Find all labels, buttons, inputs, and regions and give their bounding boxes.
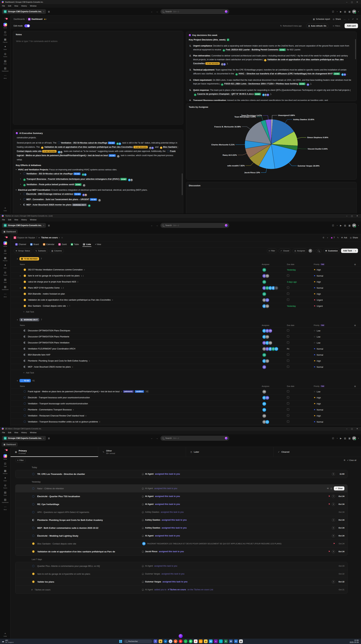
task-icon[interactable]: ☑ [332, 437, 334, 440]
collapse-icon[interactable]: ▾ [17, 380, 18, 382]
menu-history[interactable]: History [21, 5, 27, 7]
chevron-down-icon[interactable]: ∨ [358, 11, 359, 12]
task-link[interactable]: Transport Bourassa - Fournir information… [26, 178, 120, 180]
clip-icon[interactable]: ▶ [340, 10, 342, 13]
task-row[interactable]: Ventilation - Restaurant Charcoal Review… [10, 413, 361, 419]
sidebar-item-teams[interactable]: ◎Teams [0, 52, 10, 58]
menu-view[interactable]: View [14, 432, 18, 434]
avatar[interactable]: FM [352, 10, 356, 14]
search-input[interactable]: Search Ctrl + J [160, 436, 229, 441]
due-date[interactable]: Yesterday [287, 269, 296, 271]
sidebar-item-docs[interactable]: ▤Docs [0, 278, 10, 283]
tag-paiements[interactable]: paiements [123, 390, 134, 393]
calendar-add-icon[interactable] [287, 390, 289, 392]
task-row[interactable]: ▸✓Plans MEP GYM Hyacinthe Some↳ 3ADSSGVJ… [10, 285, 361, 291]
chevron-down-icon[interactable]: ∨ [327, 237, 328, 238]
notification-title[interactable]: MEP - Beth Esther commentaires suite à r… [37, 527, 98, 529]
collapse-icon[interactable]: ▾ [17, 319, 18, 321]
toolbar-columns[interactable]: ▥Columns [49, 248, 64, 253]
task-row[interactable]: ▸✓faire le xref du garage de st-hyacinth… [10, 273, 361, 279]
sidebar-item-teams[interactable]: ◎Teams [0, 271, 10, 276]
priority-label[interactable]: High [317, 360, 321, 362]
due-date[interactable]: 3 days ago [287, 281, 297, 283]
column-due-date[interactable]: Due date [287, 263, 314, 265]
task-row[interactable]: Discussion OPTIMISATION Plans Électrique… [10, 328, 361, 334]
toolbar-assignee[interactable]: ◎Assignee [292, 248, 307, 253]
menu-file[interactable]: File [2, 432, 5, 434]
taskbar-app-3[interactable]: e [164, 640, 167, 643]
notification-title[interactable]: TR: CPE Les Tisserands - Directive de ch… [37, 473, 85, 475]
taskbar-app-5[interactable]: ● [174, 640, 177, 643]
taskbar-app-6[interactable]: O [179, 640, 182, 643]
inbox-tab-cleared[interactable]: ✓Cleared [274, 447, 361, 457]
search-input[interactable]: Search Ctrl + J [160, 9, 229, 14]
add-task-row[interactable]: +Add Task [10, 309, 361, 313]
forward-icon[interactable]: → [156, 437, 158, 440]
inbox-tab-later[interactable]: ◷Later [186, 447, 274, 457]
chevron-down-icon[interactable]: ∨ [358, 224, 359, 226]
task-name[interactable]: Discussion OPTIMISATION Plans Plomberie [28, 336, 69, 338]
toolbar-subtasks[interactable]: ↳Subtasks [33, 248, 48, 253]
task-link[interactable]: Caserne de pompiers Champlain - QRT N° 0… [197, 93, 254, 95]
chevron-down-icon[interactable]: ∨ [46, 18, 47, 20]
share-button[interactable]: ◎Share [350, 236, 358, 239]
window-controls[interactable]: –▢✕ [346, 215, 358, 217]
priority-label[interactable]: Low [317, 336, 321, 338]
priority-label[interactable]: High [317, 293, 321, 295]
chevron-down-icon[interactable]: ∨ [358, 438, 359, 439]
add-task-row[interactable]: +Add Task [10, 370, 361, 374]
notification-title[interactable]: Quartier Plus- Attente si commentaires p… [37, 565, 100, 567]
sidebar-item-home[interactable]: 8Home [0, 241, 10, 247]
column-due-date[interactable]: Due date [287, 385, 314, 387]
ai-icon[interactable] [225, 10, 228, 13]
ai-icon[interactable] [225, 224, 228, 227]
task-row[interactable]: Ventilation - Transport Bourassa modifie… [10, 419, 361, 425]
priority-label[interactable]: Normal [317, 348, 323, 350]
task-row[interactable]: Plomberie- Plumbing Scope and Costs for … [10, 358, 361, 364]
download-icon[interactable]: ↓ [348, 18, 349, 20]
task-link[interactable]: Ventilation - Poste police beloeil probl… [26, 183, 74, 186]
taskbar-app-18[interactable]: ▤ [239, 640, 243, 643]
sidebar-item-brain[interactable]: ✦Brain [0, 476, 10, 482]
taskbar-clock[interactable]: 13:36 2025-10-26 [325, 639, 361, 643]
status-badge[interactable]: ✓TO BE REVISED [19, 257, 39, 260]
task-name[interactable]: Ventilation - Transport bourassage sorti… [28, 402, 88, 405]
task-name[interactable]: Discussion OPTIMISATION Plans Ventilatio… [28, 342, 69, 344]
task-name[interactable]: Plans MEP GYM Hyacinthe Some [28, 287, 60, 289]
calendar-add-icon[interactable] [287, 342, 289, 344]
view-tab-liste[interactable]: ≔Liste [81, 242, 92, 246]
task-link[interactable]: Électricité - DMA Éclairage intérieur et… [26, 193, 73, 195]
add-card-button[interactable]: Add card [345, 24, 358, 28]
taskbar-app-13[interactable]: ♦ [214, 640, 218, 643]
notification-row[interactable]: APH - Questions sur rapport APH-Select 4… [15, 508, 348, 516]
priority-label[interactable]: Normal [317, 275, 323, 277]
toolbar-filter[interactable]: ≡Filter [267, 248, 277, 253]
priority-label[interactable]: Urgent [317, 305, 323, 307]
task-row[interactable]: ✓353 ST-Nicolas Ventilation Commerces co… [10, 267, 361, 273]
sidebar-item-planner[interactable]: ▦Planner [0, 469, 10, 474]
priority-label[interactable]: High [317, 269, 321, 271]
automation-icon[interactable]: ϟ [337, 236, 338, 239]
task-link[interactable]: HVAC – Directive sur transferts d'air et… [239, 72, 333, 75]
scrollbar[interactable] [355, 39, 356, 59]
task-name[interactable]: Frank logiciel - Mettre en place liens d… [28, 390, 120, 393]
back-icon[interactable]: ← [151, 224, 153, 227]
notification-title[interactable]: Électricité - Wedding hall Lighting Stud… [37, 534, 78, 537]
column-name[interactable]: Name [20, 385, 262, 387]
sidebar-item-more[interactable]: ⋯More [0, 292, 10, 298]
notification-row[interactable]: Natur - Critères de rétentionAI Agentass… [15, 484, 348, 492]
filters-button[interactable]: ≡Filters [331, 24, 342, 28]
sidebar-item-brain[interactable]: ✦Brain [0, 45, 10, 50]
sidebar-item-chat[interactable]: ⊡Chat [0, 249, 10, 254]
status-badge[interactable]: WORKING ON IT [19, 318, 39, 322]
chart-icon[interactable]: ▦ [349, 224, 351, 227]
auto-refresh-toggle[interactable]: ◷Auto refresh: On [306, 24, 329, 28]
task-name[interactable]: Plomberie- Plumbing Scope and Costs for … [28, 360, 87, 362]
taskbar-app-12[interactable]: ✉ [209, 640, 213, 643]
weather-widget[interactable]: ☁ IPCtôt. nuageux [0, 640, 37, 643]
sidebar-item-docs[interactable]: ▤Docs [0, 60, 10, 64]
edit-mode-toggle[interactable] [24, 24, 30, 27]
tag-sandbox[interactable]: sandbox [135, 390, 144, 393]
sidebar-item-more[interactable]: ⋯More [0, 505, 10, 510]
settings-gear-icon[interactable]: ⚙ [344, 459, 346, 462]
